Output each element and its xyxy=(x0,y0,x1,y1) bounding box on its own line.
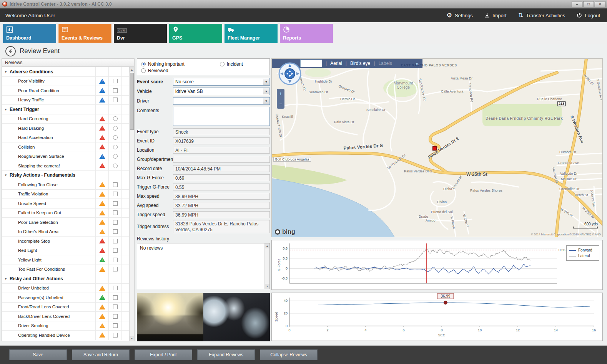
checkbox[interactable] xyxy=(113,267,118,271)
checkbox[interactable] xyxy=(113,295,118,300)
review-item-row[interactable]: Poor Road Condition! xyxy=(2,86,129,96)
checkbox[interactable] xyxy=(113,314,118,319)
radio-icon[interactable] xyxy=(220,62,225,66)
review-item-row[interactable]: Slapping the camera!! xyxy=(2,161,129,171)
review-item-row[interactable]: Back/Driver Lens Covered! xyxy=(2,312,129,321)
comments-textarea[interactable] xyxy=(173,107,270,126)
map-mode-bird-s-eye[interactable]: Bird's eye xyxy=(350,61,370,66)
scroll-down-icon[interactable] xyxy=(130,336,134,341)
logout-button[interactable]: Logout xyxy=(577,13,600,18)
map-mode-labels[interactable]: Labels xyxy=(378,61,392,66)
tab-dashboard[interactable]: Dashboard xyxy=(3,24,56,43)
driver-select[interactable] xyxy=(173,97,270,105)
review-item-row[interactable]: Rough/Uneven Surface! xyxy=(2,152,129,162)
export-print-button[interactable]: Export / Print xyxy=(135,349,192,360)
zoom-out-button[interactable] xyxy=(277,99,284,108)
review-item-row[interactable]: Red Light! xyxy=(2,246,129,256)
checkbox[interactable] xyxy=(113,220,118,225)
chevron-down-icon[interactable]: ▾ xyxy=(2,70,10,74)
review-item-row[interactable]: Passenger(s) Unbelted! xyxy=(2,293,129,303)
review-item-row[interactable]: Collision! xyxy=(2,142,129,152)
event-score-select[interactable]: No score xyxy=(173,78,270,86)
radio-icon[interactable] xyxy=(141,68,146,73)
scroll-up-icon[interactable] xyxy=(130,67,134,72)
window-titlebar[interactable]: Idrive Control Center - 3.0.2 version - … xyxy=(0,0,607,8)
review-item-row[interactable]: Operating Handled Device! xyxy=(2,331,129,340)
status-option-reviewed[interactable]: Reviewed xyxy=(141,68,168,73)
chevron-down-icon[interactable] xyxy=(263,98,269,104)
event-location-marker[interactable] xyxy=(432,146,437,151)
radio-button[interactable] xyxy=(113,164,118,168)
chevron-down-icon[interactable]: ▾ xyxy=(2,108,10,111)
checkbox[interactable] xyxy=(113,229,118,234)
review-item-row[interactable]: Traffic Violation! xyxy=(2,190,129,199)
bing-map[interactable]: EAST RANCHO PALOS VERDESMarymount Colleg… xyxy=(271,58,603,237)
checkbox[interactable] xyxy=(113,304,118,309)
radio-button[interactable] xyxy=(113,116,118,121)
tab-reports[interactable]: Reports xyxy=(280,24,333,43)
back-button[interactable] xyxy=(5,46,16,56)
import-button[interactable]: Import xyxy=(484,13,507,18)
checkbox[interactable] xyxy=(113,286,118,290)
review-group-row[interactable]: ▾Event Trigger xyxy=(2,105,129,114)
save-button[interactable]: Save xyxy=(9,349,67,360)
zoom-in-button[interactable] xyxy=(277,89,284,98)
review-item-row[interactable]: Heavy Traffic! xyxy=(2,96,129,105)
review-item-row[interactable]: Front/Road Lens Covered! xyxy=(2,303,129,312)
checkbox[interactable] xyxy=(113,258,118,262)
scroll-down-icon[interactable] xyxy=(265,284,269,289)
history-scrollbar[interactable] xyxy=(264,243,269,289)
radio-button[interactable] xyxy=(113,135,118,140)
save-and-return-button[interactable]: Save and Return xyxy=(72,349,130,360)
radio-icon[interactable] xyxy=(141,62,146,66)
tab-fleet-manager[interactable]: Fleet Manager xyxy=(225,24,278,43)
cabin-camera-video[interactable] xyxy=(203,293,270,341)
settings-button[interactable]: ⚙ Settings xyxy=(447,12,473,18)
checkbox[interactable] xyxy=(113,323,118,328)
review-item-row[interactable]: Driver Smoking! xyxy=(2,321,129,331)
review-item-row[interactable]: Poor Lane Selection! xyxy=(2,218,129,227)
checkbox[interactable] xyxy=(113,98,118,102)
review-group-row[interactable]: ▾Adverse Conditions xyxy=(2,67,129,77)
map-mode-aerial[interactable]: Aerial xyxy=(330,61,342,66)
scroll-up-icon[interactable] xyxy=(265,243,269,248)
chevron-down-icon[interactable]: ▾ xyxy=(2,277,10,281)
tab-events-reviews[interactable]: Events & Reviews xyxy=(58,24,111,43)
tab-dvr[interactable]: DVR Dvr xyxy=(114,24,167,43)
radio-button[interactable] xyxy=(113,145,118,149)
checkbox[interactable] xyxy=(113,79,118,83)
scrollbar-thumb[interactable] xyxy=(130,73,134,130)
radio-button[interactable] xyxy=(113,154,118,159)
expand-reviews-button[interactable]: Expand Reviews xyxy=(197,349,255,360)
review-item-row[interactable]: Incomplete Stop! xyxy=(2,237,129,246)
review-item-row[interactable]: Hard Acceleration! xyxy=(2,133,129,143)
chevron-down-icon[interactable] xyxy=(263,79,269,85)
review-item-row[interactable]: Yellow Light! xyxy=(2,255,129,265)
map-compass-control[interactable] xyxy=(278,62,302,86)
tab-gps[interactable]: GPS xyxy=(169,24,222,43)
review-item-row[interactable]: Too Fast For Conditions! xyxy=(2,265,129,275)
review-item-row[interactable]: Hard Cornering! xyxy=(2,114,129,124)
collapse-reviews-button[interactable]: Collapse Reviews xyxy=(260,349,318,360)
reviews-scrollbar[interactable] xyxy=(129,67,134,341)
checkbox[interactable] xyxy=(113,239,118,243)
review-group-row[interactable]: ▾Risky Actions - Fundamentals xyxy=(2,171,129,180)
map-toolbar-collapse-button[interactable]: « xyxy=(416,61,422,66)
checkbox[interactable] xyxy=(113,333,118,338)
review-item-row[interactable]: In Other's Blind Area! xyxy=(2,227,129,237)
radio-button[interactable] xyxy=(113,126,118,131)
maximize-button[interactable]: □ xyxy=(583,1,594,7)
checkbox[interactable] xyxy=(113,201,118,206)
review-group-row[interactable]: ▾Risky and Other Actions xyxy=(2,274,129,284)
review-item-row[interactable]: Poor Visibility! xyxy=(2,77,129,86)
review-item-row[interactable]: Unsafe Speed! xyxy=(2,199,129,208)
checkbox[interactable] xyxy=(113,88,118,93)
vehicle-select[interactable]: idrive Van SB xyxy=(173,88,270,95)
status-option-incident[interactable]: Incident xyxy=(220,61,243,67)
checkbox[interactable] xyxy=(113,248,118,253)
map-mode-road[interactable]: Road xyxy=(300,60,322,67)
review-item-row[interactable]: Following Too Close! xyxy=(2,180,129,190)
review-item-row[interactable]: Hard Braking! xyxy=(2,124,129,133)
chevron-down-icon[interactable] xyxy=(263,88,269,94)
front-camera-video[interactable] xyxy=(137,293,203,341)
